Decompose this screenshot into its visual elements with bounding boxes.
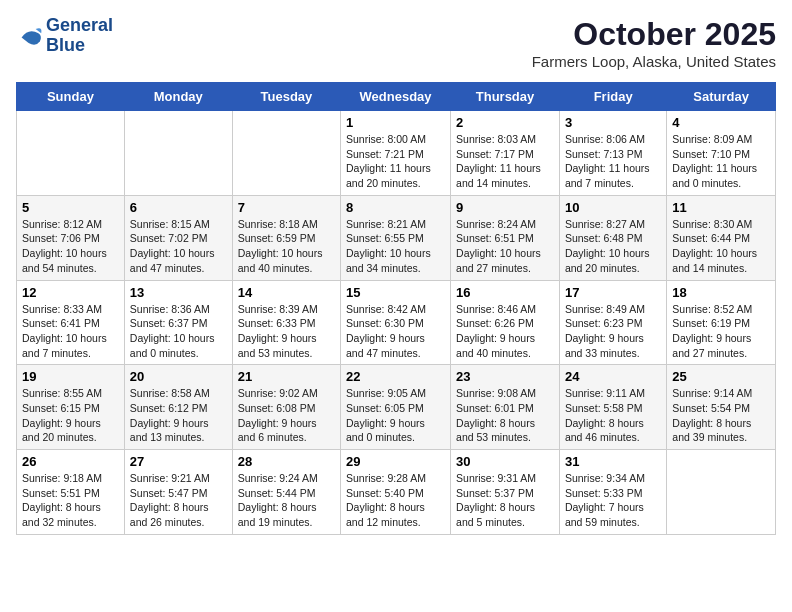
calendar-cell: [232, 111, 340, 196]
cell-daylight-info: Sunrise: 9:02 AM Sunset: 6:08 PM Dayligh…: [238, 386, 335, 445]
calendar-cell: 26Sunrise: 9:18 AM Sunset: 5:51 PM Dayli…: [17, 450, 125, 535]
day-header-monday: Monday: [124, 83, 232, 111]
cell-date-number: 12: [22, 285, 119, 300]
cell-date-number: 18: [672, 285, 770, 300]
day-header-wednesday: Wednesday: [341, 83, 451, 111]
cell-daylight-info: Sunrise: 8:00 AM Sunset: 7:21 PM Dayligh…: [346, 132, 445, 191]
cell-daylight-info: Sunrise: 8:15 AM Sunset: 7:02 PM Dayligh…: [130, 217, 227, 276]
cell-daylight-info: Sunrise: 8:58 AM Sunset: 6:12 PM Dayligh…: [130, 386, 227, 445]
calendar-cell: 11Sunrise: 8:30 AM Sunset: 6:44 PM Dayli…: [667, 195, 776, 280]
logo: General Blue: [16, 16, 113, 56]
calendar-cell: 6Sunrise: 8:15 AM Sunset: 7:02 PM Daylig…: [124, 195, 232, 280]
calendar-header-row: SundayMondayTuesdayWednesdayThursdayFrid…: [17, 83, 776, 111]
calendar-cell: 30Sunrise: 9:31 AM Sunset: 5:37 PM Dayli…: [451, 450, 560, 535]
cell-date-number: 8: [346, 200, 445, 215]
calendar-cell: [124, 111, 232, 196]
cell-daylight-info: Sunrise: 8:18 AM Sunset: 6:59 PM Dayligh…: [238, 217, 335, 276]
day-header-friday: Friday: [559, 83, 666, 111]
calendar-cell: [17, 111, 125, 196]
cell-date-number: 23: [456, 369, 554, 384]
calendar-cell: 8Sunrise: 8:21 AM Sunset: 6:55 PM Daylig…: [341, 195, 451, 280]
cell-date-number: 16: [456, 285, 554, 300]
cell-date-number: 6: [130, 200, 227, 215]
calendar-week-4: 19Sunrise: 8:55 AM Sunset: 6:15 PM Dayli…: [17, 365, 776, 450]
cell-daylight-info: Sunrise: 9:11 AM Sunset: 5:58 PM Dayligh…: [565, 386, 661, 445]
calendar-cell: 15Sunrise: 8:42 AM Sunset: 6:30 PM Dayli…: [341, 280, 451, 365]
cell-daylight-info: Sunrise: 8:42 AM Sunset: 6:30 PM Dayligh…: [346, 302, 445, 361]
calendar-cell: 20Sunrise: 8:58 AM Sunset: 6:12 PM Dayli…: [124, 365, 232, 450]
logo-line2: Blue: [46, 35, 85, 55]
logo-line1: General: [46, 15, 113, 35]
cell-date-number: 30: [456, 454, 554, 469]
cell-date-number: 17: [565, 285, 661, 300]
calendar-cell: 12Sunrise: 8:33 AM Sunset: 6:41 PM Dayli…: [17, 280, 125, 365]
cell-date-number: 21: [238, 369, 335, 384]
calendar-cell: 3Sunrise: 8:06 AM Sunset: 7:13 PM Daylig…: [559, 111, 666, 196]
calendar-cell: 17Sunrise: 8:49 AM Sunset: 6:23 PM Dayli…: [559, 280, 666, 365]
cell-date-number: 19: [22, 369, 119, 384]
cell-date-number: 5: [22, 200, 119, 215]
cell-daylight-info: Sunrise: 8:03 AM Sunset: 7:17 PM Dayligh…: [456, 132, 554, 191]
cell-daylight-info: Sunrise: 8:39 AM Sunset: 6:33 PM Dayligh…: [238, 302, 335, 361]
cell-daylight-info: Sunrise: 8:12 AM Sunset: 7:06 PM Dayligh…: [22, 217, 119, 276]
cell-date-number: 20: [130, 369, 227, 384]
cell-daylight-info: Sunrise: 8:27 AM Sunset: 6:48 PM Dayligh…: [565, 217, 661, 276]
cell-date-number: 22: [346, 369, 445, 384]
calendar-cell: 13Sunrise: 8:36 AM Sunset: 6:37 PM Dayli…: [124, 280, 232, 365]
calendar-cell: 31Sunrise: 9:34 AM Sunset: 5:33 PM Dayli…: [559, 450, 666, 535]
calendar-cell: 19Sunrise: 8:55 AM Sunset: 6:15 PM Dayli…: [17, 365, 125, 450]
cell-date-number: 3: [565, 115, 661, 130]
calendar-cell: 10Sunrise: 8:27 AM Sunset: 6:48 PM Dayli…: [559, 195, 666, 280]
cell-daylight-info: Sunrise: 9:05 AM Sunset: 6:05 PM Dayligh…: [346, 386, 445, 445]
calendar-cell: 9Sunrise: 8:24 AM Sunset: 6:51 PM Daylig…: [451, 195, 560, 280]
calendar-week-2: 5Sunrise: 8:12 AM Sunset: 7:06 PM Daylig…: [17, 195, 776, 280]
cell-date-number: 28: [238, 454, 335, 469]
cell-daylight-info: Sunrise: 8:46 AM Sunset: 6:26 PM Dayligh…: [456, 302, 554, 361]
cell-date-number: 24: [565, 369, 661, 384]
cell-daylight-info: Sunrise: 9:34 AM Sunset: 5:33 PM Dayligh…: [565, 471, 661, 530]
calendar-cell: 22Sunrise: 9:05 AM Sunset: 6:05 PM Dayli…: [341, 365, 451, 450]
cell-date-number: 9: [456, 200, 554, 215]
calendar-cell: 1Sunrise: 8:00 AM Sunset: 7:21 PM Daylig…: [341, 111, 451, 196]
day-header-saturday: Saturday: [667, 83, 776, 111]
calendar-cell: 29Sunrise: 9:28 AM Sunset: 5:40 PM Dayli…: [341, 450, 451, 535]
cell-date-number: 25: [672, 369, 770, 384]
calendar-cell: 18Sunrise: 8:52 AM Sunset: 6:19 PM Dayli…: [667, 280, 776, 365]
calendar-cell: 2Sunrise: 8:03 AM Sunset: 7:17 PM Daylig…: [451, 111, 560, 196]
cell-date-number: 27: [130, 454, 227, 469]
day-header-sunday: Sunday: [17, 83, 125, 111]
calendar-cell: 28Sunrise: 9:24 AM Sunset: 5:44 PM Dayli…: [232, 450, 340, 535]
cell-daylight-info: Sunrise: 8:49 AM Sunset: 6:23 PM Dayligh…: [565, 302, 661, 361]
cell-date-number: 14: [238, 285, 335, 300]
calendar-cell: 23Sunrise: 9:08 AM Sunset: 6:01 PM Dayli…: [451, 365, 560, 450]
cell-date-number: 4: [672, 115, 770, 130]
cell-daylight-info: Sunrise: 8:09 AM Sunset: 7:10 PM Dayligh…: [672, 132, 770, 191]
cell-daylight-info: Sunrise: 9:08 AM Sunset: 6:01 PM Dayligh…: [456, 386, 554, 445]
cell-date-number: 10: [565, 200, 661, 215]
logo-icon: [16, 22, 44, 50]
calendar-cell: 21Sunrise: 9:02 AM Sunset: 6:08 PM Dayli…: [232, 365, 340, 450]
main-title: October 2025: [532, 16, 776, 53]
cell-date-number: 15: [346, 285, 445, 300]
calendar-week-3: 12Sunrise: 8:33 AM Sunset: 6:41 PM Dayli…: [17, 280, 776, 365]
header: General Blue October 2025 Farmers Loop, …: [16, 16, 776, 70]
day-header-thursday: Thursday: [451, 83, 560, 111]
calendar-cell: [667, 450, 776, 535]
cell-daylight-info: Sunrise: 9:24 AM Sunset: 5:44 PM Dayligh…: [238, 471, 335, 530]
cell-daylight-info: Sunrise: 9:14 AM Sunset: 5:54 PM Dayligh…: [672, 386, 770, 445]
cell-daylight-info: Sunrise: 8:36 AM Sunset: 6:37 PM Dayligh…: [130, 302, 227, 361]
cell-daylight-info: Sunrise: 9:31 AM Sunset: 5:37 PM Dayligh…: [456, 471, 554, 530]
calendar-cell: 14Sunrise: 8:39 AM Sunset: 6:33 PM Dayli…: [232, 280, 340, 365]
cell-date-number: 11: [672, 200, 770, 215]
cell-date-number: 2: [456, 115, 554, 130]
calendar-cell: 16Sunrise: 8:46 AM Sunset: 6:26 PM Dayli…: [451, 280, 560, 365]
cell-daylight-info: Sunrise: 9:18 AM Sunset: 5:51 PM Dayligh…: [22, 471, 119, 530]
cell-daylight-info: Sunrise: 8:24 AM Sunset: 6:51 PM Dayligh…: [456, 217, 554, 276]
logo-text: General Blue: [46, 16, 113, 56]
cell-date-number: 13: [130, 285, 227, 300]
calendar-cell: 25Sunrise: 9:14 AM Sunset: 5:54 PM Dayli…: [667, 365, 776, 450]
title-section: October 2025 Farmers Loop, Alaska, Unite…: [532, 16, 776, 70]
calendar-cell: 7Sunrise: 8:18 AM Sunset: 6:59 PM Daylig…: [232, 195, 340, 280]
cell-date-number: 1: [346, 115, 445, 130]
subtitle: Farmers Loop, Alaska, United States: [532, 53, 776, 70]
